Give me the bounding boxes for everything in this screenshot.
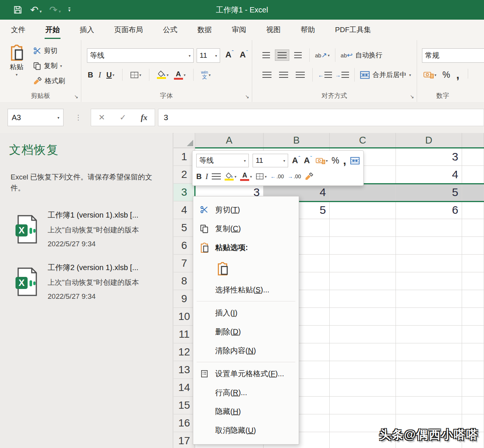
tab-file[interactable]: 文件: [10, 20, 26, 40]
increase-indent-button[interactable]: →: [335, 72, 349, 78]
comma-style-button[interactable]: ,: [456, 71, 459, 78]
menu-item-format-cells[interactable]: 设置单元格格式(F)...: [193, 364, 299, 383]
cell-C7[interactable]: [330, 255, 396, 272]
tab-review[interactable]: 审阅: [231, 20, 247, 40]
paste-option-icon[interactable]: [215, 261, 230, 277]
cell-D15[interactable]: [396, 397, 462, 414]
cell-D6[interactable]: [396, 237, 462, 255]
row-header-13[interactable]: 13: [174, 361, 195, 379]
cell-E4[interactable]: [462, 201, 484, 219]
tab-data[interactable]: 数据: [196, 20, 213, 40]
italic-button[interactable]: I: [98, 71, 101, 79]
format-painter-icon[interactable]: [305, 173, 313, 181]
row-header-11[interactable]: 11: [174, 326, 195, 343]
tab-insert[interactable]: 插入: [79, 20, 95, 40]
cell-E9[interactable]: [462, 290, 484, 308]
cell-D8[interactable]: [396, 272, 462, 290]
cell-C11[interactable]: [330, 326, 396, 343]
wrap-text-button[interactable]: ab↩ 自动换行: [341, 51, 383, 60]
align-bottom-button[interactable]: [292, 50, 304, 60]
bold-button[interactable]: B: [88, 71, 93, 79]
row-header-9[interactable]: 9: [174, 290, 195, 308]
format-painter-button[interactable]: 格式刷: [33, 76, 65, 85]
font-size-select[interactable]: 11 ▾: [197, 48, 220, 63]
cell-C6[interactable]: [330, 237, 396, 255]
cell-D13[interactable]: [396, 361, 462, 379]
mini-align-center-button[interactable]: [212, 173, 221, 179]
column-header-A[interactable]: A: [195, 133, 264, 148]
cell-D4[interactable]: 6: [396, 201, 462, 219]
cell-E2[interactable]: [462, 166, 484, 184]
cell-C4[interactable]: [330, 201, 396, 219]
column-header-E[interactable]: [462, 133, 484, 148]
cell-E5[interactable]: [462, 219, 484, 237]
paste-button[interactable]: 粘贴 ▾: [9, 44, 24, 77]
align-top-button[interactable]: [260, 50, 272, 60]
chevron-down-icon[interactable]: ▾: [40, 9, 42, 14]
cell-C5[interactable]: [330, 219, 396, 237]
font-name-select[interactable]: 等线 ▾: [87, 48, 194, 63]
align-right-button[interactable]: [293, 70, 307, 80]
menu-item-delete[interactable]: 删除(D): [193, 322, 299, 341]
customize-qat-icon[interactable]: ▾: [68, 8, 71, 12]
cell-E14[interactable]: [462, 379, 484, 397]
name-box[interactable]: A3 ▾: [8, 109, 64, 126]
borders-button[interactable]: ▾: [130, 71, 141, 79]
cell-C9[interactable]: [330, 290, 396, 308]
cell-E1[interactable]: [462, 148, 484, 166]
cut-button[interactable]: 剪切: [33, 46, 57, 55]
mini-font-size-select[interactable]: 11 ▾: [253, 154, 288, 167]
menu-item-row-height[interactable]: 行高(R)...: [193, 383, 299, 402]
row-header-15[interactable]: 15: [174, 397, 195, 414]
dialog-launcher-icon[interactable]: ↘: [245, 94, 249, 99]
mini-grow-font-button[interactable]: Aˆ: [292, 156, 300, 165]
cell-D2[interactable]: 4: [396, 166, 462, 184]
mini-italic-button[interactable]: I: [205, 172, 208, 181]
align-left-button[interactable]: [260, 70, 274, 80]
mini-percent-button[interactable]: %: [332, 156, 339, 166]
tab-help[interactable]: 帮助: [299, 20, 316, 40]
formula-input[interactable]: 3: [158, 109, 484, 126]
row-header-6[interactable]: 6: [174, 237, 195, 255]
decrease-decimal-button[interactable]: ←.00: [270, 173, 284, 179]
fill-color-button[interactable]: ▾: [157, 71, 169, 79]
save-icon[interactable]: [13, 5, 23, 15]
menu-item-copy[interactable]: 复制(C): [193, 219, 299, 238]
cell-C15[interactable]: [330, 397, 396, 414]
column-header-D[interactable]: D: [396, 133, 462, 148]
percent-style-button[interactable]: %: [442, 70, 450, 80]
cell-E13[interactable]: [462, 361, 484, 379]
cell-E8[interactable]: [462, 272, 484, 290]
tab-home[interactable]: 开始: [44, 20, 61, 40]
mini-borders-button[interactable]: ▾: [256, 173, 267, 180]
cell-C10[interactable]: [330, 308, 396, 326]
cell-D3[interactable]: 5: [396, 184, 462, 201]
cell-E15[interactable]: [462, 397, 484, 414]
insert-function-icon[interactable]: fx: [141, 113, 147, 122]
shrink-font-button[interactable]: Aˇ: [240, 50, 248, 60]
cell-E11[interactable]: [462, 326, 484, 343]
mini-font-color-button[interactable]: A ▾: [240, 172, 252, 181]
cell-D7[interactable]: [396, 255, 462, 272]
cell-E10[interactable]: [462, 308, 484, 326]
mini-accounting-button[interactable]: ▾: [316, 157, 328, 164]
merge-center-icon[interactable]: [350, 157, 360, 165]
increase-decimal-button[interactable]: →.00: [288, 173, 301, 179]
column-header-C[interactable]: C: [330, 133, 396, 148]
undo-button[interactable]: ↶▾: [30, 5, 42, 15]
font-color-button[interactable]: A ▾: [174, 70, 186, 80]
row-header-5[interactable]: 5: [174, 219, 195, 237]
menu-item-clear-contents[interactable]: 清除内容(N): [193, 341, 299, 360]
mini-bold-button[interactable]: B: [196, 172, 202, 181]
menu-item-paste-special[interactable]: 选择性粘贴(S)...: [193, 280, 299, 299]
row-header-7[interactable]: 7: [174, 255, 195, 272]
tab-view[interactable]: 视图: [265, 20, 282, 40]
confirm-icon[interactable]: ✓: [119, 113, 126, 122]
cell-D11[interactable]: [396, 326, 462, 343]
dialog-launcher-icon[interactable]: ↘: [74, 94, 78, 99]
menu-item-hide[interactable]: 隐藏(H): [193, 402, 299, 421]
menu-item-unhide[interactable]: 取消隐藏(U): [193, 421, 299, 440]
cell-D1[interactable]: 3: [396, 148, 462, 166]
cell-E3[interactable]: [462, 184, 484, 201]
merge-center-button[interactable]: 合并后居中 ▾: [360, 70, 411, 79]
